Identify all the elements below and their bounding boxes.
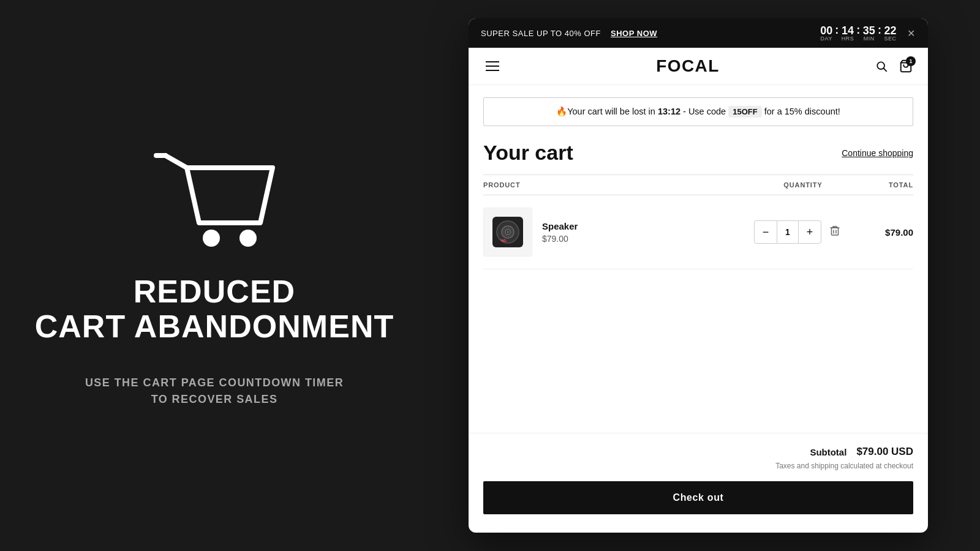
left-subtitle: USE THE CART PAGE COUNTDOWN TIMER TO REC…	[85, 375, 344, 408]
tax-note: Taxes and shipping calculated at checkou…	[483, 462, 913, 470]
subtotal-row: Subtotal $79.00 USD	[483, 446, 913, 458]
quantity-increase-button[interactable]: +	[799, 221, 821, 243]
svg-point-11	[507, 231, 509, 233]
timer-colon-2: :	[856, 24, 861, 36]
store-logo[interactable]: FOCAL	[656, 56, 719, 76]
timer-day-label: DAY	[821, 36, 832, 42]
timer-colon-3: :	[878, 24, 882, 36]
cart-illustration	[153, 143, 276, 256]
timer-seconds: 22	[884, 25, 896, 36]
banner-suffix: for a 15% discount!	[762, 107, 840, 116]
announcement-bar: SUPER SALE UP TO 40% OFF SHOP NOW 00 DAY…	[469, 18, 928, 48]
sale-text: SUPER SALE UP TO 40% OFF	[481, 29, 601, 38]
quantity-input-group: − 1 +	[754, 220, 821, 244]
item-total: $79.00	[852, 227, 913, 238]
timer-sec-label: SEC	[884, 36, 896, 42]
subtotal-amount: $79.00 USD	[856, 446, 913, 458]
cart-title: Your cart	[483, 141, 573, 165]
shop-now-link[interactable]: SHOP NOW	[611, 29, 657, 38]
cart-table-header: PRODUCT QUANTITY TOTAL	[483, 174, 913, 195]
item-product: Speaker $79.00	[483, 208, 754, 257]
quantity-controls: − 1 +	[754, 220, 852, 244]
cart-footer: Subtotal $79.00 USD Taxes and shipping c…	[469, 433, 928, 533]
timer-min-label: MIN	[864, 36, 875, 42]
timer-minutes: 35	[863, 25, 875, 36]
svg-point-2	[203, 230, 220, 247]
col-quantity-header: QUANTITY	[754, 181, 852, 189]
left-title: REDUCED CART ABANDONMENT	[35, 274, 394, 344]
hamburger-menu-button[interactable]	[483, 59, 502, 73]
search-button[interactable]	[874, 59, 889, 73]
banner-timer: 13:12	[658, 107, 680, 116]
cart-button[interactable]: 1	[899, 59, 913, 73]
item-price: $79.00	[542, 234, 578, 244]
cart-badge: 1	[906, 56, 916, 66]
item-image	[483, 208, 532, 257]
timer-colon-1: :	[835, 24, 839, 36]
svg-point-3	[239, 230, 257, 247]
checkout-button[interactable]: Check out	[483, 481, 913, 514]
svg-rect-12	[832, 228, 839, 235]
hamburger-line-2	[486, 66, 499, 67]
delete-item-button[interactable]	[827, 223, 842, 242]
banner-prefix: 🔥Your cart will be lost in	[556, 107, 658, 116]
subtotal-label: Subtotal	[810, 447, 846, 457]
hamburger-line-3	[486, 70, 499, 71]
quantity-value: 1	[777, 221, 799, 243]
continue-shopping-link[interactable]: Continue shopping	[842, 148, 913, 158]
close-icon[interactable]: ✕	[907, 28, 916, 39]
countdown-timer: 00 DAY : 14 HRS : 35 MIN : 22	[820, 24, 896, 42]
discount-code: 15OFF	[728, 106, 761, 118]
cart-title-row: Your cart Continue shopping	[483, 126, 913, 174]
hamburger-line-1	[486, 61, 499, 62]
header-icons: 1	[874, 59, 913, 73]
svg-line-0	[165, 156, 187, 168]
timer-hours: 14	[842, 25, 854, 36]
right-panel: SUPER SALE UP TO 40% OFF SHOP NOW 00 DAY…	[429, 0, 980, 551]
cart-content: 🔥Your cart will be lost in 13:12 - Use c…	[469, 85, 928, 433]
cart-timer-banner: 🔥Your cart will be lost in 13:12 - Use c…	[483, 97, 913, 126]
browser-window: SUPER SALE UP TO 40% OFF SHOP NOW 00 DAY…	[469, 18, 928, 533]
timer-hrs-label: HRS	[842, 36, 854, 42]
svg-line-5	[884, 69, 887, 72]
quantity-decrease-button[interactable]: −	[755, 221, 777, 243]
col-product-header: PRODUCT	[483, 181, 754, 189]
col-total-header: TOTAL	[852, 181, 913, 189]
store-header: FOCAL 1	[469, 48, 928, 85]
item-details: Speaker $79.00	[542, 221, 578, 244]
banner-middle: - Use code	[680, 107, 728, 116]
left-panel: REDUCED CART ABANDONMENT USE THE CART PA…	[0, 0, 429, 551]
table-row: Speaker $79.00 − 1 +	[483, 195, 913, 269]
timer-days: 00	[820, 25, 832, 36]
item-name: Speaker	[542, 221, 578, 231]
